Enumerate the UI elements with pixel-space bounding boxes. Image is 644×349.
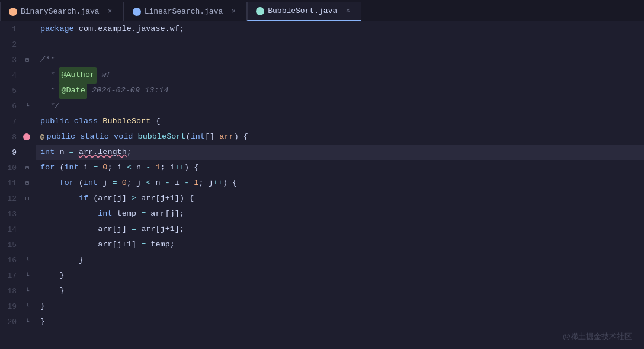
if-paren-12: (arr[j] bbox=[93, 191, 132, 206]
num-0-10: 0 bbox=[102, 160, 107, 175]
op-lt-11: < bbox=[146, 175, 155, 191]
comment-date-value: 2024-02-09 13:14 bbox=[87, 83, 169, 98]
gutter-row-3: 3 ⊟ bbox=[0, 52, 36, 68]
op-eq-14: = bbox=[132, 222, 141, 237]
var-n-10: n bbox=[136, 160, 146, 175]
comment-date-star: * bbox=[40, 83, 59, 98]
line-number-6: 6 bbox=[0, 102, 21, 111]
type-int-9: int bbox=[40, 145, 59, 160]
for-paren-10: ( bbox=[59, 160, 64, 175]
gutter-fold-20[interactable]: └ bbox=[21, 319, 33, 325]
tab-close-bubblesort[interactable]: × bbox=[343, 7, 353, 16]
var-n-11: n bbox=[155, 175, 165, 191]
op-10: = bbox=[93, 160, 102, 175]
brace-close-19: } bbox=[40, 299, 45, 314]
line-number-18: 18 bbox=[0, 287, 21, 296]
line-number-13: 13 bbox=[0, 210, 21, 219]
code-line-17: } bbox=[36, 268, 644, 283]
comment-author-star: * bbox=[40, 68, 59, 83]
gutter-row-11: 11 ⊟ bbox=[0, 175, 36, 191]
line-number-7: 7 bbox=[0, 117, 21, 126]
op-inc-10: ++ bbox=[175, 160, 184, 175]
method-bubblesort: bubbleSort bbox=[138, 129, 186, 145]
code-line-9: int n = arr.length; bbox=[36, 145, 644, 160]
keyword-void: void bbox=[114, 129, 138, 145]
if-rhs-12: arr[j+1]) { bbox=[141, 191, 194, 206]
line-number-4: 4 bbox=[0, 71, 21, 80]
gutter-row-19: 19 └ bbox=[0, 299, 36, 314]
line-number-15: 15 bbox=[0, 241, 21, 249]
gutter-icon-8 bbox=[21, 133, 33, 140]
tab-close-linearsearch[interactable]: × bbox=[229, 7, 238, 17]
op-inc-11: ++ bbox=[213, 175, 223, 191]
code-line-7: public class BubbleSort { bbox=[36, 114, 644, 129]
paren-close-8: ) { bbox=[234, 129, 248, 145]
op-eq-13: = bbox=[141, 206, 150, 222]
gutter-fold-12[interactable]: ⊟ bbox=[21, 195, 33, 202]
code-line-15: arr[j+1] = temp; bbox=[36, 237, 644, 252]
keyword-static: static bbox=[80, 129, 114, 145]
var-temp-13: temp bbox=[117, 206, 142, 222]
gutter-row-14: 14 bbox=[0, 222, 36, 237]
breakpoint-8[interactable] bbox=[23, 133, 30, 140]
gutter-fold-16[interactable]: └ bbox=[21, 257, 33, 264]
var-n: n bbox=[59, 145, 69, 160]
gutter-fold-17[interactable]: └ bbox=[21, 273, 33, 279]
tab-linearsearch[interactable]: LinearSearch.java × bbox=[124, 2, 248, 21]
gutter-row-20: 20 └ bbox=[0, 314, 36, 329]
tab-close-binarysearch[interactable]: × bbox=[105, 7, 115, 17]
brace-close-20: } bbox=[40, 314, 45, 329]
annotation-date: @Date bbox=[59, 82, 87, 99]
code-area[interactable]: package com.example.javase.wf; /** * @Au… bbox=[36, 21, 644, 349]
gutter-fold-11[interactable]: ⊟ bbox=[21, 180, 33, 187]
paren-open-8: ( bbox=[186, 129, 191, 145]
brace-close-17: } bbox=[40, 268, 65, 283]
code-line-1: package com.example.javase.wf; bbox=[36, 21, 644, 37]
line-number-20: 20 bbox=[0, 318, 21, 326]
package-name: com.example.javase.wf; bbox=[79, 21, 184, 37]
op-gt-12: > bbox=[132, 191, 141, 206]
op-minus1-11: - bbox=[165, 175, 175, 191]
comment-close: */ bbox=[40, 98, 59, 114]
gutter-row-15: 15 bbox=[0, 237, 36, 252]
num-1-10: 1 bbox=[155, 160, 160, 175]
code-line-4: * @Author wf bbox=[36, 68, 644, 83]
line-number-10: 10 bbox=[0, 164, 21, 172]
code-line-20: } bbox=[36, 314, 644, 329]
gutter-fold-18[interactable]: └ bbox=[21, 288, 33, 294]
semi2-10: ; bbox=[161, 160, 170, 175]
classname-bubblesort: BubbleSort bbox=[102, 114, 155, 129]
gutter-row-1: 1 bbox=[0, 21, 36, 37]
line-number-2: 2 bbox=[0, 40, 21, 49]
gutter-fold-3[interactable]: ⊟ bbox=[21, 56, 33, 63]
var-i-10: i bbox=[84, 160, 93, 175]
gutter-fold-19[interactable]: └ bbox=[21, 303, 33, 310]
tab-label-binarysearch: BinarySearch.java bbox=[21, 7, 100, 16]
annotation-author: @Author bbox=[59, 67, 97, 84]
code-line-3: /** bbox=[36, 52, 644, 68]
gutter-row-16: 16 └ bbox=[0, 252, 36, 268]
keyword-public-8: public bbox=[47, 129, 81, 145]
code-line-8: @public static void bubbleSort(int[] arr… bbox=[36, 129, 644, 145]
gutter-fold-10[interactable]: ⊟ bbox=[21, 164, 33, 171]
semi-11: ; bbox=[127, 175, 136, 191]
val-temp-15: temp; bbox=[150, 237, 175, 252]
tab-binarysearch[interactable]: BinarySearch.java × bbox=[0, 2, 124, 21]
keyword-package: package bbox=[40, 21, 79, 37]
semi2-11: ; bbox=[198, 175, 208, 191]
line-number-12: 12 bbox=[0, 194, 21, 203]
gutter-row-13: 13 bbox=[0, 206, 36, 222]
line-number-16: 16 bbox=[0, 256, 21, 265]
tab-icon-binarysearch bbox=[9, 8, 17, 16]
op-eq-15: = bbox=[141, 237, 150, 252]
tab-bubblesort[interactable]: BubbleSort.java × bbox=[247, 2, 361, 21]
code-line-14: arr[j] = arr[j+1]; bbox=[36, 222, 644, 237]
tab-icon-linearsearch bbox=[133, 8, 141, 16]
gutter-row-17: 17 └ bbox=[0, 268, 36, 283]
keyword-public-7: public bbox=[40, 114, 74, 129]
line-number-5: 5 bbox=[0, 87, 21, 95]
semi-10: ; bbox=[107, 160, 117, 175]
var-i-11: i bbox=[175, 175, 184, 191]
code-lines: package com.example.javase.wf; /** * @Au… bbox=[36, 21, 644, 329]
gutter-fold-6[interactable]: └ bbox=[21, 103, 33, 110]
